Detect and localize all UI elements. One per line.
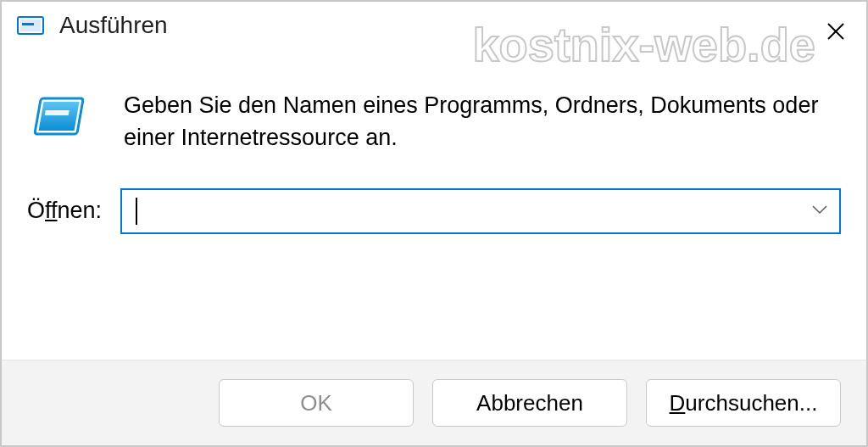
dropdown-button[interactable] (800, 190, 839, 232)
open-label: Öffnen: (27, 198, 112, 224)
text-cursor (136, 198, 137, 225)
dialog-description: Geben Sie den Namen eines Programms, Ord… (124, 90, 841, 154)
dialog-title: Ausführen (59, 12, 168, 39)
close-button[interactable] (817, 14, 854, 51)
svg-rect-7 (45, 110, 70, 115)
open-combobox[interactable] (120, 188, 841, 234)
svg-rect-2 (22, 23, 34, 25)
svg-rect-6 (39, 102, 80, 131)
titlebar: Ausführen (2, 2, 866, 47)
browse-button[interactable]: Durchsuchen... (646, 379, 841, 427)
close-icon (826, 22, 845, 43)
dialog-content: Geben Sie den Namen eines Programms, Ord… (2, 47, 866, 360)
run-icon (17, 12, 44, 39)
run-icon-large (32, 90, 90, 151)
chevron-down-icon (811, 204, 828, 217)
button-bar: OK Abbrechen Durchsuchen... (2, 360, 866, 445)
cancel-button[interactable]: Abbrechen (432, 379, 627, 427)
ok-button[interactable]: OK (219, 379, 414, 427)
open-input[interactable] (122, 190, 800, 232)
run-dialog: Ausführen kostnix-web.de (0, 0, 868, 447)
